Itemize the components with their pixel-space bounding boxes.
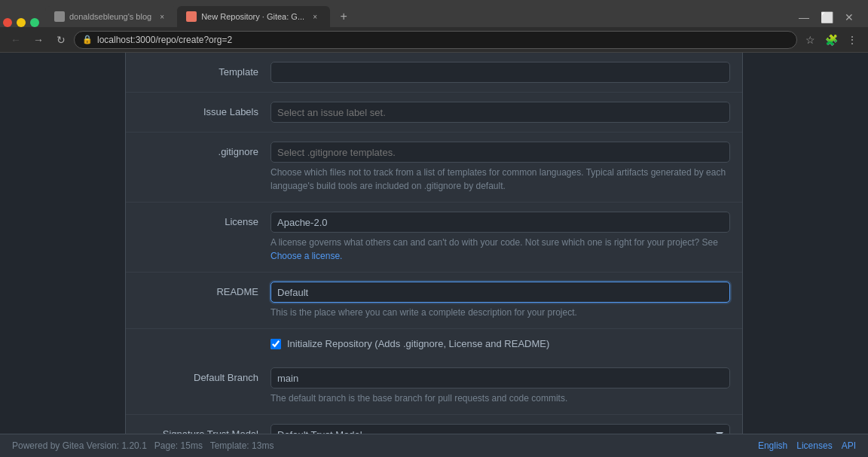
template-field [270,62,730,83]
license-input[interactable] [270,212,730,233]
new-tab-button[interactable]: + [333,6,354,27]
tab-blog[interactable]: donaldsebleung's blog × [45,6,177,27]
restore-btn[interactable]: ⬜ [817,8,836,27]
license-choose-link[interactable]: Choose a license. [270,251,342,261]
license-row: License A license governs what others ca… [126,203,742,273]
page-content: Template Issue Labels .gitignore Choose … [0,53,868,434]
minimize-window-btn[interactable] [17,18,26,27]
init-repo-checkbox[interactable] [270,339,281,349]
tab-title-gitea: New Repository · Gitea: G... [201,12,304,21]
footer-page-time: 15ms [181,440,203,451]
tab-close-gitea[interactable]: × [309,11,321,23]
forward-button[interactable]: → [29,30,48,50]
readme-field: This is the place where you can write a … [270,282,730,319]
gitignore-hint: Choose which files not to track from a l… [270,166,730,193]
template-input[interactable] [270,62,730,83]
form-container: Template Issue Labels .gitignore Choose … [110,53,758,434]
tab-favicon-gitea [186,11,197,22]
issue-labels-input[interactable] [270,102,730,123]
gitignore-label: .gitignore [138,142,258,157]
license-hint-text: A license governs what others can and ca… [270,237,718,248]
issue-labels-label: Issue Labels [138,102,258,117]
back-button[interactable]: ← [6,30,26,50]
footer-powered-by: Powered by Gitea [12,440,84,451]
license-field: A license governs what others can and ca… [270,212,730,263]
url-text: localhost:3000/repo/create?org=2 [97,35,232,45]
window-controls [3,18,39,27]
form-section-top: Template Issue Labels .gitignore Choose … [125,53,743,434]
init-repo-label[interactable]: Initialize Repository (Adds .gitignore, … [287,338,549,349]
readme-input[interactable] [270,282,730,303]
close-btn[interactable]: ✕ [839,8,859,27]
readme-hint: This is the place where you can write a … [270,306,730,319]
extensions-btn[interactable]: 🧩 [821,30,841,50]
minimize-btn[interactable]: — [794,8,814,27]
lock-icon: 🔒 [82,35,93,44]
template-row: Template [126,53,742,93]
address-bar[interactable]: 🔒 localhost:3000/repo/create?org=2 [74,31,797,49]
footer-page-label: Page: [154,440,178,451]
signature-trust-label: Signature Trust Model [138,424,258,434]
default-branch-field: The default branch is the base branch fo… [270,367,730,405]
nav-bar: ← → ↻ 🔒 localhost:3000/repo/create?org=2… [0,27,868,53]
signature-trust-row: Signature Trust Model Default Trust Mode… [126,415,742,434]
issue-labels-field [270,102,730,123]
signature-trust-field: Default Trust Model Select trust model f… [270,424,730,434]
issue-labels-row: Issue Labels [126,93,742,133]
readme-row: README This is the place where you can w… [126,273,742,329]
maximize-window-btn[interactable] [30,18,39,27]
readme-label: README [138,282,258,297]
close-window-btn[interactable] [3,18,12,27]
tab-gitea[interactable]: New Repository · Gitea: G... × [177,6,330,27]
signature-trust-select[interactable]: Default Trust Model [270,424,730,434]
default-branch-hint: The default branch is the base branch fo… [270,391,730,405]
tab-favicon [54,11,65,22]
tab-bar: donaldsebleung's blog × New Repository ·… [0,0,868,27]
menu-btn[interactable]: ⋮ [842,30,862,50]
nav-actions: ☆ 🧩 ⋮ [800,30,862,50]
tab-title-blog: donaldsebleung's blog [69,12,151,21]
footer-licenses-link[interactable]: Licenses [796,440,832,451]
default-branch-input[interactable] [270,367,730,388]
tab-close-blog[interactable]: × [156,11,168,23]
bookmark-btn[interactable]: ☆ [800,30,820,50]
license-hint: A license governs what others can and ca… [270,236,730,263]
default-branch-label: Default Branch [138,367,258,383]
refresh-button[interactable]: ↻ [51,30,71,50]
footer-version-label: Version: [87,440,119,451]
footer-english-link[interactable]: English [758,440,787,451]
footer-version: 1.20.1 [121,440,146,451]
license-label: License [138,212,258,227]
gitignore-field: Choose which files not to track from a l… [270,142,730,193]
init-repo-row: Initialize Repository (Adds .gitignore, … [126,329,742,358]
template-label: Template [138,62,258,78]
gitignore-row: .gitignore Choose which files not to tra… [126,133,742,203]
footer-template-time: 13ms [252,440,274,451]
browser-chrome: donaldsebleung's blog × New Repository ·… [0,0,868,53]
default-branch-row: Default Branch The default branch is the… [126,358,742,415]
footer-template-label: Template: [210,440,249,451]
footer-api-link[interactable]: API [842,440,856,451]
gitignore-input[interactable] [270,142,730,163]
footer: Powered by Gitea Version: 1.20.1 Page: 1… [0,434,868,457]
